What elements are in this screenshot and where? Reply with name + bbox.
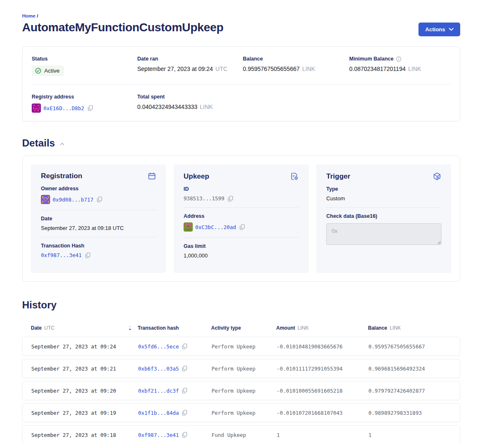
trigger-title: Trigger <box>326 172 350 181</box>
row-date: September 27, 2023 at 09:18 <box>23 432 138 438</box>
upkeep-id-value: 938513...1599 <box>184 195 224 202</box>
upkeep-address-label: Address <box>184 213 299 219</box>
copy-icon[interactable] <box>182 366 187 371</box>
col-transaction-hash: Transaction hash <box>138 325 211 331</box>
history-table-header: Date UTC Transaction hash Activity type … <box>22 325 460 337</box>
calendar-icon <box>148 172 156 180</box>
trigger-type-field: Type Custom <box>326 181 441 207</box>
actions-button[interactable]: Actions <box>418 23 460 36</box>
upkeep-id-field: ID 938513...1599 <box>184 181 299 207</box>
registration-tx-label: Transaction Hash <box>41 243 156 249</box>
upkeep-title: Upkeep <box>184 172 209 181</box>
check-data-label: Check data (Base16) <box>326 213 441 219</box>
document-gear-icon <box>290 172 299 181</box>
status-label: Status <box>32 56 137 62</box>
details-collapse-toggle[interactable] <box>59 140 65 147</box>
row-tx-link[interactable]: 0x5fd6...5ece <box>138 343 179 350</box>
title-bar: AutomateMyFunctionCustomUpkeep Actions <box>22 21 460 36</box>
min-balance-value: 0.0870234817201194 <box>349 66 406 72</box>
copy-icon[interactable] <box>88 105 93 111</box>
col-date: Date UTC <box>22 325 138 331</box>
breadcrumb-home-link[interactable]: Home <box>22 13 35 18</box>
min-balance-unit: LINK <box>408 66 421 72</box>
min-balance-field: Minimum Balance 0.0870234817201194 LINK <box>349 56 451 76</box>
row-tx-link[interactable]: 0xbf21...dc3f <box>138 388 179 394</box>
copy-icon[interactable] <box>97 197 102 202</box>
summary-row-1: Status Active Date ran September 27, 202… <box>32 47 451 84</box>
info-icon[interactable] <box>396 56 401 62</box>
row-date: September 27, 2023 at 09:24 <box>23 343 138 350</box>
table-row: September 27, 2023 at 09:19 0x1f1b...84d… <box>22 403 460 422</box>
row-balance: 0.9595767505655667 <box>368 343 460 350</box>
gas-limit-field: Gas limit 1,000,000 <box>184 237 299 265</box>
date-ran-label: Date ran <box>137 56 243 62</box>
copy-icon[interactable] <box>182 343 187 349</box>
check-data-textarea[interactable] <box>326 223 441 245</box>
row-tx-link[interactable]: 0xf987...3e41 <box>138 432 179 438</box>
table-row: September 27, 2023 at 09:18 0xf987...3e4… <box>22 425 460 444</box>
row-tx-link[interactable]: 0x1f1b...84da <box>138 410 179 416</box>
row-amount: -0.010111172991055394 <box>277 366 368 372</box>
row-balance: 0.9696815696492324 <box>368 366 460 372</box>
col-balance: Balance LINK <box>368 325 460 331</box>
registration-card: Registration Owner address 0x9d08...b717 <box>31 164 166 273</box>
summary-card: Status Active Date ran September 27, 202… <box>22 46 460 121</box>
copy-icon[interactable] <box>182 432 187 438</box>
table-row: September 27, 2023 at 09:20 0xbf21...dc3… <box>22 381 460 400</box>
owner-address-link[interactable]: 0x9d08...b717 <box>53 197 93 203</box>
row-balance: 0.989892798331893 <box>368 410 460 416</box>
total-spent-label: Total spent <box>137 94 243 100</box>
actions-button-label: Actions <box>425 26 445 33</box>
row-activity: Fund Upkeep <box>212 432 277 438</box>
row-activity: Perform Upkeep <box>212 388 277 394</box>
upkeep-address-link[interactable]: 0xC3bC...20ad <box>195 224 236 230</box>
row-activity: Perform Upkeep <box>212 343 277 350</box>
copy-icon[interactable] <box>85 252 91 258</box>
registry-address-link[interactable]: 0xE16D...D8b2 <box>43 105 84 111</box>
owner-address-field: Owner address 0x9d08...b717 <box>41 180 156 210</box>
table-row: September 27, 2023 at 09:21 0xb6f3...03a… <box>22 359 460 378</box>
balance-field: Balance 0.9595767505655667 LINK <box>243 56 349 76</box>
status-badge: Active <box>32 66 64 76</box>
sort-icon[interactable] <box>128 325 132 330</box>
registry-identicon <box>32 103 41 113</box>
row-activity: Perform Upkeep <box>212 366 277 372</box>
balance-label: Balance <box>243 56 349 62</box>
row-amount: 1 <box>277 432 368 438</box>
registration-date-label: Date <box>41 216 156 222</box>
breadcrumb: Home / <box>22 13 460 18</box>
registration-date-field: Date September 27, 2023 at 09:18 UTC <box>41 210 156 237</box>
copy-icon[interactable] <box>182 388 187 394</box>
upkeep-address-identicon <box>184 222 193 232</box>
trigger-card: Trigger Type Custom Check data (Base16) <box>316 164 451 273</box>
gas-limit-label: Gas limit <box>184 243 299 249</box>
row-amount: -0.010104819083665676 <box>277 343 368 350</box>
row-balance: 1 <box>368 432 460 438</box>
registration-date-value: September 27, 2023 at 09:18 UTC <box>41 225 124 231</box>
details-panel: Registration Owner address 0x9d08...b717 <box>22 156 460 282</box>
total-spent-unit: LINK <box>200 103 213 110</box>
total-spent-value: 0.04042324943443333 <box>137 103 197 110</box>
copy-icon[interactable] <box>182 410 187 416</box>
owner-address-label: Owner address <box>41 186 156 192</box>
details-heading: Details <box>22 137 55 149</box>
row-tx-link[interactable]: 0xb6f3...03a5 <box>138 366 179 372</box>
date-ran-utc: UTC <box>215 66 227 72</box>
registration-tx-link[interactable]: 0xf987...3e41 <box>41 252 82 258</box>
check-circle-icon <box>35 68 41 74</box>
registry-label: Registry address <box>32 94 137 100</box>
row-amount: -0.010100055691605218 <box>277 388 368 394</box>
gas-limit-value: 1,000,000 <box>184 252 208 259</box>
page-title: AutomateMyFunctionCustomUpkeep <box>22 21 224 34</box>
col-amount: Amount LINK <box>276 325 368 331</box>
upkeep-id-label: ID <box>184 186 299 192</box>
copy-icon[interactable] <box>228 196 233 202</box>
history-heading: History <box>22 299 460 311</box>
cube-icon <box>433 172 441 181</box>
copy-icon[interactable] <box>239 224 245 230</box>
upkeep-address-field: Address 0xC3bC...20ad <box>184 207 299 237</box>
col-activity-type: Activity type <box>211 325 276 331</box>
row-date: September 27, 2023 at 09:21 <box>23 366 138 372</box>
row-date: September 27, 2023 at 09:20 <box>23 388 138 394</box>
status-field: Status Active <box>32 56 137 76</box>
